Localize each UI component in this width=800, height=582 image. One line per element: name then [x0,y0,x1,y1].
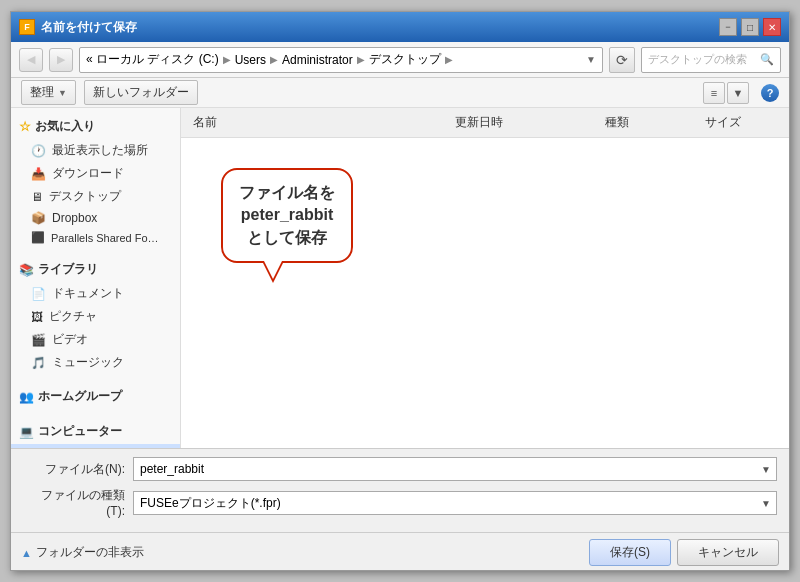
homegroup-label: ホームグループ [38,388,122,405]
filetype-row: ファイルの種類(T): FUSEeプロジェクト(*.fpr) ▼ [23,487,777,518]
bottom-buttons: ▲ フォルダーの非表示 保存(S) キャンセル [11,532,789,570]
dropbox-label: Dropbox [52,211,97,225]
library-icon: 📚 [19,263,34,277]
close-button[interactable]: ✕ [763,18,781,36]
filetype-select[interactable]: FUSEeプロジェクト(*.fpr) [133,491,777,515]
address-sep3: ▶ [357,54,365,65]
new-folder-button[interactable]: 新しいフォルダー [84,80,198,105]
videos-icon: 🎬 [31,333,46,347]
title-bar: F 名前を付けて保存 － □ ✕ [11,12,789,42]
title-icon: F [19,19,35,35]
maximize-button[interactable]: □ [741,18,759,36]
computer-icon: 💻 [19,425,34,439]
music-icon: 🎵 [31,356,46,370]
col-date[interactable]: 更新日時 [451,112,601,133]
address-sep4: ▶ [445,54,453,65]
col-size[interactable]: サイズ [701,112,781,133]
organize-arrow: ▼ [58,88,67,98]
file-list: 名前 更新日時 種類 サイズ ファイル名を peter_rabbit として保存 [181,108,789,448]
minimize-button[interactable]: － [719,18,737,36]
action-bar: 整理 ▼ 新しいフォルダー ≡ ▼ ? [11,78,789,108]
pictures-label: ピクチャ [49,308,97,325]
parallels-label: Parallels Shared Folde... [51,232,161,244]
address-part1: Users [235,53,266,67]
view-arrow-button[interactable]: ▼ [727,82,749,104]
filename-input-wrapper: ▼ [133,457,777,481]
sidebar-item-music[interactable]: 🎵 ミュージック [11,351,180,374]
sidebar-item-downloads[interactable]: 📥 ダウンロード [11,162,180,185]
search-icon: 🔍 [760,53,774,66]
address-bar[interactable]: « ローカル ディスク (C:) ▶ Users ▶ Administrator… [79,47,603,73]
col-name[interactable]: 名前 [189,112,451,133]
filename-input[interactable] [133,457,777,481]
sidebar-item-recent[interactable]: 🕐 最近表示した場所 [11,139,180,162]
downloads-label: ダウンロード [52,165,124,182]
videos-label: ビデオ [52,331,88,348]
view-icon: ≡ [711,87,717,99]
dropbox-icon: 📦 [31,211,46,225]
parallels-icon: ⬛ [31,231,45,244]
sidebar: ☆ お気に入り 🕐 最近表示した場所 📥 ダウンロード 🖥 デスクトップ 📦 D… [11,108,181,448]
col-type[interactable]: 種類 [601,112,701,133]
refresh-button[interactable]: ⟳ [609,47,635,73]
address-toolbar: ◀ ▶ « ローカル ディスク (C:) ▶ Users ▶ Administr… [11,42,789,78]
address-part2: Administrator [282,53,353,67]
recent-label: 最近表示した場所 [52,142,148,159]
address-dropdown-icon[interactable]: ▼ [586,54,596,65]
sidebar-item-videos[interactable]: 🎬 ビデオ [11,328,180,351]
help-label: ? [767,87,774,99]
sidebar-item-dropbox[interactable]: 📦 Dropbox [11,208,180,228]
sidebar-item-documents[interactable]: 📄 ドキュメント [11,282,180,305]
title-bar-left: F 名前を付けて保存 [19,19,137,36]
address-sep2: ▶ [270,54,278,65]
homegroup-header[interactable]: 👥 ホームグループ [11,384,180,409]
save-dialog: F 名前を付けて保存 － □ ✕ ◀ ▶ « ローカル ディスク (C:) ▶ … [10,11,790,571]
sidebar-item-pictures[interactable]: 🖼 ピクチャ [11,305,180,328]
search-bar[interactable]: デスクトップの検索 🔍 [641,47,781,73]
tooltip-line3: として保存 [247,229,327,246]
form-section: ファイル名(N): ▼ ファイルの種類(T): FUSEeプロジェクト(*.fp… [11,448,789,532]
folder-toggle-label: フォルダーの非表示 [36,544,144,561]
tooltip-line1: ファイル名を [239,184,335,201]
help-button[interactable]: ? [761,84,779,102]
new-folder-label: 新しいフォルダー [93,84,189,101]
folder-toggle[interactable]: ▲ フォルダーの非表示 [21,544,144,561]
star-icon: ☆ [19,119,31,134]
download-icon: 📥 [31,167,46,181]
favorites-label: お気に入り [35,118,95,135]
desktop-icon: 🖥 [31,190,43,204]
documents-icon: 📄 [31,287,46,301]
address-part3: デスクトップ [369,51,441,68]
cancel-button[interactable]: キャンセル [677,539,779,566]
favorites-header[interactable]: ☆ お気に入り [11,114,180,139]
filetype-select-wrapper: FUSEeプロジェクト(*.fpr) ▼ [133,491,777,515]
filename-row: ファイル名(N): ▼ [23,457,777,481]
sidebar-item-desktop[interactable]: 🖥 デスクトップ [11,185,180,208]
action-buttons: 保存(S) キャンセル [589,539,779,566]
library-header[interactable]: 📚 ライブラリ [11,257,180,282]
save-button[interactable]: 保存(S) [589,539,671,566]
library-label: ライブラリ [38,261,98,278]
back-button[interactable]: ◀ [19,48,43,72]
tooltip-bubble: ファイル名を peter_rabbit として保存 [221,168,353,263]
forward-button[interactable]: ▶ [49,48,73,72]
file-list-header: 名前 更新日時 種類 サイズ [181,108,789,138]
computer-header[interactable]: 💻 コンピューター [11,419,180,444]
recent-icon: 🕐 [31,144,46,158]
computer-label: コンピューター [38,423,122,440]
dialog-title: 名前を付けて保存 [41,19,137,36]
homegroup-icon: 👥 [19,390,34,404]
filename-label: ファイル名(N): [23,461,133,478]
pictures-icon: 🖼 [31,310,43,324]
view-controls: ≡ ▼ [703,82,749,104]
sidebar-item-parallels[interactable]: ⬛ Parallels Shared Folde... [11,228,180,247]
filetype-label: ファイルの種類(T): [23,487,133,518]
main-content: ☆ お気に入り 🕐 最近表示した場所 📥 ダウンロード 🖥 デスクトップ 📦 D… [11,108,789,448]
file-list-body[interactable]: ファイル名を peter_rabbit として保存 [181,138,789,448]
folder-toggle-icon: ▲ [21,547,32,559]
view-icon-button[interactable]: ≡ [703,82,725,104]
organize-label: 整理 [30,84,54,101]
title-controls: － □ ✕ [719,18,781,36]
organize-button[interactable]: 整理 ▼ [21,80,76,105]
desktop-label: デスクトップ [49,188,121,205]
